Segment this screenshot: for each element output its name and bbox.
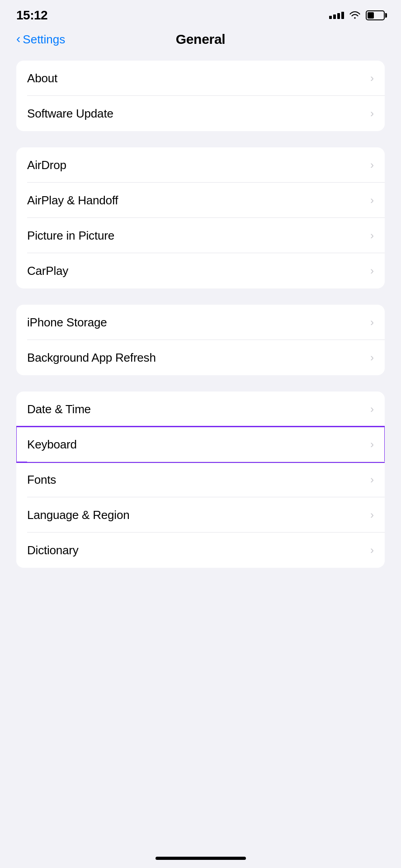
wifi-icon <box>349 10 361 20</box>
settings-content: About › Software Update › AirDrop › AirP… <box>0 56 401 589</box>
about-label: About <box>27 71 57 85</box>
settings-row-language-region[interactable]: Language & Region › <box>16 497 385 533</box>
picture-in-picture-label: Picture in Picture <box>27 229 114 243</box>
settings-group-3: iPhone Storage › Background App Refresh … <box>16 305 385 375</box>
chevron-right-icon: › <box>370 194 374 207</box>
chevron-right-icon: › <box>370 438 374 451</box>
battery-icon <box>366 10 385 20</box>
settings-row-software-update[interactable]: Software Update › <box>16 96 385 131</box>
settings-row-about[interactable]: About › <box>16 61 385 96</box>
settings-row-date-time[interactable]: Date & Time › <box>16 392 385 427</box>
signal-bars-icon <box>329 12 344 19</box>
status-time: 15:12 <box>16 8 47 23</box>
settings-group-2: AirDrop › AirPlay & Handoff › Picture in… <box>16 147 385 288</box>
back-chevron-icon: ‹ <box>16 33 20 45</box>
airplay-handoff-label: AirPlay & Handoff <box>27 193 118 208</box>
dictionary-label: Dictionary <box>27 543 79 557</box>
status-bar: 15:12 <box>0 0 401 27</box>
carplay-label: CarPlay <box>27 264 68 278</box>
chevron-right-icon: › <box>370 229 374 242</box>
chevron-right-icon: › <box>370 473 374 486</box>
nav-header: ‹ Settings General <box>0 27 401 56</box>
settings-row-keyboard[interactable]: Keyboard › <box>16 427 385 462</box>
fonts-label: Fonts <box>27 473 56 487</box>
back-button[interactable]: ‹ Settings <box>16 33 65 47</box>
chevron-right-icon: › <box>370 316 374 329</box>
back-label: Settings <box>23 33 65 47</box>
status-icons <box>329 10 385 20</box>
chevron-right-icon: › <box>370 544 374 557</box>
chevron-right-icon: › <box>370 351 374 364</box>
settings-group-1: About › Software Update › <box>16 61 385 131</box>
settings-row-airplay-handoff[interactable]: AirPlay & Handoff › <box>16 183 385 218</box>
home-indicator <box>156 857 246 860</box>
settings-row-dictionary[interactable]: Dictionary › <box>16 533 385 568</box>
software-update-label: Software Update <box>27 107 113 121</box>
settings-row-carplay[interactable]: CarPlay › <box>16 253 385 288</box>
chevron-right-icon: › <box>370 107 374 120</box>
date-time-label: Date & Time <box>27 402 91 416</box>
settings-row-background-app-refresh[interactable]: Background App Refresh › <box>16 340 385 375</box>
chevron-right-icon: › <box>370 264 374 277</box>
battery-fill <box>368 12 374 19</box>
settings-row-airdrop[interactable]: AirDrop › <box>16 147 385 183</box>
settings-row-fonts[interactable]: Fonts › <box>16 462 385 497</box>
iphone-storage-label: iPhone Storage <box>27 316 107 330</box>
language-region-label: Language & Region <box>27 508 129 522</box>
chevron-right-icon: › <box>370 403 374 415</box>
airdrop-label: AirDrop <box>27 158 66 172</box>
settings-group-4: Date & Time › Keyboard › Fonts › Languag… <box>16 392 385 568</box>
chevron-right-icon: › <box>370 72 374 85</box>
keyboard-label: Keyboard <box>27 438 77 452</box>
background-app-refresh-label: Background App Refresh <box>27 351 156 365</box>
settings-row-iphone-storage[interactable]: iPhone Storage › <box>16 305 385 340</box>
chevron-right-icon: › <box>370 159 374 171</box>
settings-row-picture-in-picture[interactable]: Picture in Picture › <box>16 218 385 253</box>
chevron-right-icon: › <box>370 509 374 521</box>
page-title: General <box>176 32 226 47</box>
